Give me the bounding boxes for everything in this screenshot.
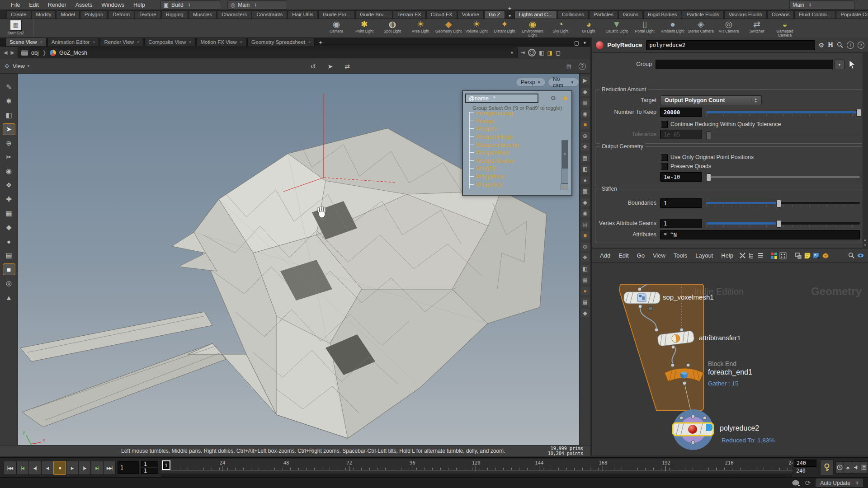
shelf-add-button[interactable]: + ▼ xyxy=(505,5,514,19)
audio-notify-icon[interactable] xyxy=(844,461,852,474)
display-option-icon[interactable]: ◉ xyxy=(581,110,590,118)
node-label-polyreduce[interactable]: polyreduce2 xyxy=(720,424,759,432)
display-option-icon[interactable]: ❖ xyxy=(581,143,590,151)
help-icon[interactable]: ? xyxy=(858,42,864,49)
desktop-selector[interactable]: ▣ Build ▲▼ xyxy=(160,0,220,9)
display-option-icon[interactable]: ◆ xyxy=(581,309,590,317)
shelf-tab[interactable]: Fluid Contai... xyxy=(794,10,835,19)
playback-button[interactable]: ▶▶| xyxy=(103,461,116,475)
link-icon[interactable] xyxy=(528,49,536,56)
polyreduce-node-icon[interactable] xyxy=(596,41,604,49)
display-option-icon[interactable]: ⊕ xyxy=(581,243,590,251)
shelf-tab[interactable]: Constraints xyxy=(252,10,287,19)
menubar-item[interactable]: Help xyxy=(129,0,150,10)
shelf-tab[interactable]: Populate Cont... xyxy=(836,10,868,19)
snapshot-icon[interactable]: ◧ xyxy=(539,50,544,56)
search-icon[interactable] xyxy=(847,252,855,260)
tolerance-slider[interactable] xyxy=(706,134,860,135)
shelf-tab[interactable]: Polygon xyxy=(80,10,108,19)
group-field[interactable] xyxy=(656,60,833,69)
display-option-icon[interactable]: ▦ xyxy=(581,99,590,107)
current-frame-field[interactable]: 1 xyxy=(118,461,139,474)
display-option-icon[interactable]: ▦ xyxy=(581,276,590,284)
group-list-item[interactable]: WingsRear xyxy=(470,173,560,181)
pane-tab[interactable]: Animation Editor× xyxy=(47,38,99,46)
shelf-tool[interactable]: ◉ Camera xyxy=(322,19,350,38)
viewport-tool-icon[interactable]: ● xyxy=(3,236,15,247)
pane-tab[interactable]: Scene View× xyxy=(5,38,47,46)
shelf-tool[interactable]: ◔ Sky Light xyxy=(547,19,575,38)
close-icon[interactable]: × xyxy=(93,38,95,46)
background-image-icon[interactable] xyxy=(812,252,821,260)
vertex-attribute-seams-field[interactable]: 1 xyxy=(660,219,702,228)
shelf-tab[interactable]: Particle Fluids xyxy=(682,10,723,19)
frame-ruler[interactable]: 24487296120144168192216240 1 xyxy=(161,459,793,474)
group-list-item[interactable]: WeaponSwivel xyxy=(470,157,560,165)
viewport-tool-icon[interactable]: ✂ xyxy=(3,152,15,163)
group-list-item[interactable]: Weapon xyxy=(470,125,560,133)
shelf-tab[interactable]: Hair Utils xyxy=(288,10,318,19)
shelf-tab[interactable]: Muscles xyxy=(189,10,217,19)
realtime-toggle-icon[interactable] xyxy=(835,461,844,474)
group-list-item[interactable]: Prongs xyxy=(470,117,560,125)
shelf-tool[interactable]: ▯ Portal Light xyxy=(631,19,659,38)
set-key-button[interactable] xyxy=(820,460,834,475)
shelf-tab[interactable]: Rigid Bodies xyxy=(643,10,682,19)
shelf-tab[interactable]: Texture xyxy=(135,10,161,19)
pane-maximize-icon[interactable]: ▢ xyxy=(574,40,579,46)
tolerance-field[interactable]: 1e-05 xyxy=(660,130,702,139)
number-to-keep-field[interactable]: 20000 xyxy=(660,108,702,117)
attributes-field[interactable]: * ^N xyxy=(660,230,860,239)
path-dropdown-icon[interactable]: ▼ xyxy=(510,51,514,55)
shelf-tab[interactable]: Guide Pro... xyxy=(318,10,355,19)
popup-scrollbar[interactable]: ⠿ xyxy=(561,140,568,183)
display-option-icon[interactable]: ▤ xyxy=(581,154,590,162)
breadcrumb-node[interactable]: GoZ_Mesh xyxy=(59,50,87,56)
spinner-icon[interactable]: ▲▼ xyxy=(809,3,811,7)
view-menu[interactable]: View xyxy=(13,63,25,70)
viewport-tool-icon[interactable]: ✱ xyxy=(3,96,15,107)
shape-palette-icon[interactable] xyxy=(779,252,787,260)
viewport-tool-icon[interactable]: ✚ xyxy=(3,194,15,205)
list-icon[interactable] xyxy=(756,252,764,260)
equalize-lengths-slider[interactable] xyxy=(706,176,860,178)
gear-icon[interactable]: ⚙ xyxy=(550,94,556,102)
display-option-icon[interactable]: ◆ xyxy=(581,88,590,96)
playback-button[interactable]: |◀ xyxy=(16,461,29,475)
shelf-tab[interactable]: Modify xyxy=(32,10,56,19)
pane-tab[interactable]: Composite View× xyxy=(144,38,195,46)
menubar-item[interactable]: Windows xyxy=(97,0,129,10)
shelf-tab[interactable]: Model xyxy=(56,10,79,19)
pane-menu-icon[interactable]: ▼ xyxy=(583,41,587,45)
shelf-tool[interactable]: ◒ Gamepad Camera xyxy=(771,19,799,38)
tree-icon[interactable] xyxy=(747,252,755,260)
display-option-icon[interactable]: ◉ xyxy=(581,209,590,217)
shelf-tool[interactable]: ◆ Geometry Light xyxy=(434,19,462,38)
preserve-quads-checkbox[interactable] xyxy=(661,163,668,170)
shelf-tab[interactable]: Viscous Fluids xyxy=(724,10,767,19)
shelf-tool[interactable]: ◍ Spot Light xyxy=(378,19,406,38)
display-option-icon[interactable]: ■ xyxy=(581,231,590,239)
node-label-foreach-end[interactable]: foreach_end1 xyxy=(708,368,752,376)
group-list-item[interactable]: WingTilt xyxy=(470,164,560,173)
playback-button[interactable]: ◀| xyxy=(28,461,41,475)
shade-icon[interactable]: ◨ xyxy=(547,50,552,56)
viewport-tool-icon[interactable]: ▤ xyxy=(3,250,15,261)
continue-reducing-checkbox[interactable] xyxy=(661,121,668,128)
shelf-tool[interactable]: ⇄ Switcher xyxy=(743,19,771,38)
shelf-tab[interactable]: Rigging xyxy=(161,10,188,19)
forward-icon[interactable]: ▶ xyxy=(10,50,14,56)
shelf-tab[interactable]: Grains xyxy=(618,10,643,19)
spinner-icon[interactable]: ▲▼ xyxy=(188,3,191,7)
node-label-attribtransfer[interactable]: attribtransfer1 xyxy=(699,334,741,342)
viewport-tool-icon[interactable]: ◎ xyxy=(3,278,15,289)
pane-tab[interactable]: Render View× xyxy=(100,38,143,46)
pin-icon[interactable]: ⇥ xyxy=(521,50,525,56)
shelf-tool[interactable]: ✦ Distant Light xyxy=(491,19,519,38)
display-option-icon[interactable]: ◧ xyxy=(581,165,590,173)
back-icon[interactable]: ◀ xyxy=(4,50,7,56)
node-label-voxelmesh[interactable]: sop_voxelmesh1 xyxy=(663,293,714,301)
asset-box-icon[interactable] xyxy=(821,252,830,260)
viewport-tool-icon[interactable]: ◆ xyxy=(3,222,15,233)
viewport-tool-icon[interactable]: ❖ xyxy=(3,180,15,191)
